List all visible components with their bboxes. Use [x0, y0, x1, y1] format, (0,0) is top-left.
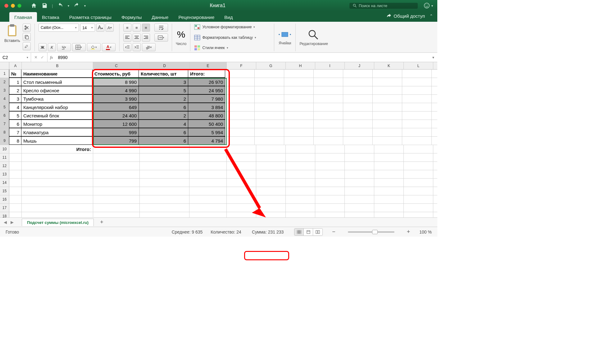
cell[interactable] [22, 204, 93, 212]
cell[interactable] [256, 179, 286, 187]
cell[interactable] [255, 120, 284, 128]
zoom-in-button[interactable]: + [406, 229, 412, 235]
feedback-dd[interactable]: ▾ [431, 4, 433, 7]
cell[interactable] [284, 78, 314, 86]
cell[interactable] [315, 187, 345, 195]
row-header[interactable]: 9 [0, 137, 9, 145]
cell[interactable] [345, 204, 374, 212]
cell[interactable] [345, 195, 374, 203]
sheet-tab[interactable]: Подсчет суммы (microexcel.ru) [22, 219, 94, 226]
cell[interactable] [315, 195, 345, 203]
cell[interactable] [225, 137, 255, 145]
cell[interactable] [343, 137, 373, 145]
tab-home[interactable]: Главная [9, 12, 37, 22]
cell[interactable] [93, 153, 140, 162]
row-header[interactable]: 13 [0, 170, 9, 178]
cell[interactable] [404, 212, 433, 217]
search-box[interactable]: Поиск на листе [349, 3, 418, 9]
format-as-table-button[interactable]: Форматировать как таблицу ▾ [194, 34, 270, 41]
cell[interactable] [345, 212, 374, 217]
cell[interactable] [22, 153, 93, 162]
cell[interactable]: 4 [139, 120, 188, 128]
cell[interactable] [255, 86, 284, 94]
cell[interactable] [256, 153, 286, 162]
tab-page-layout[interactable]: Разметка страницы [64, 12, 116, 22]
cell[interactable] [255, 70, 284, 78]
cell[interactable]: 6 [139, 128, 188, 136]
cell[interactable]: Кресло офисное [21, 86, 93, 94]
cell[interactable] [343, 86, 373, 94]
cell[interactable]: Итого: [22, 145, 93, 153]
col-header-D[interactable]: D [140, 62, 189, 69]
borders-button[interactable]: ▾ [72, 43, 86, 51]
conditional-formatting-button[interactable]: Условное форматирование ▾ [194, 24, 270, 30]
col-header-K[interactable]: K [374, 62, 404, 69]
decrease-font-button[interactable]: A▾ [106, 24, 114, 32]
cell[interactable] [286, 187, 315, 195]
italic-button[interactable]: К [48, 43, 56, 51]
cell[interactable] [373, 120, 402, 128]
wrap-text-button[interactable] [154, 24, 168, 32]
cell[interactable] [225, 103, 255, 111]
cell[interactable] [286, 162, 315, 170]
cell[interactable]: 4 990 [92, 86, 139, 94]
cell[interactable]: 799 [92, 136, 139, 145]
cell[interactable]: Системный блок [21, 111, 93, 120]
cell[interactable] [402, 120, 432, 128]
cell[interactable] [284, 137, 314, 145]
cell[interactable] [256, 162, 286, 170]
cell[interactable]: 5 [139, 86, 188, 94]
cell[interactable] [227, 145, 256, 153]
cell[interactable] [225, 128, 255, 136]
cell[interactable] [373, 128, 402, 136]
format-painter-button[interactable] [23, 42, 31, 50]
cell[interactable] [256, 170, 286, 178]
cell[interactable]: 24 400 [92, 111, 139, 120]
cell[interactable] [374, 179, 404, 187]
sheet-nav-prev[interactable]: ◀ [2, 220, 9, 225]
cell[interactable] [404, 145, 433, 153]
align-top-button[interactable]: ≡ [123, 24, 131, 32]
cell[interactable]: 7 980 [188, 94, 225, 103]
cell[interactable] [189, 162, 227, 170]
tab-insert[interactable]: Вставка [37, 12, 64, 22]
col-header-I[interactable]: I [315, 62, 345, 69]
cell[interactable] [343, 103, 373, 111]
cell[interactable] [373, 70, 402, 78]
tab-formulas[interactable]: Формулы [116, 12, 147, 22]
cell[interactable] [255, 137, 284, 145]
cell[interactable] [404, 195, 433, 203]
merge-cells-button[interactable]: ▾ [154, 34, 168, 42]
col-header-F[interactable]: F [227, 62, 256, 69]
cell[interactable] [402, 70, 432, 78]
cell[interactable] [345, 162, 374, 170]
fx-icon[interactable]: fx [48, 55, 55, 60]
view-normal-button[interactable] [294, 229, 304, 235]
cell[interactable] [189, 170, 227, 178]
cell[interactable] [255, 128, 284, 136]
cell[interactable]: Наименование [21, 69, 93, 78]
col-header-E[interactable]: E [189, 62, 227, 69]
cell[interactable] [404, 187, 433, 195]
cell[interactable] [189, 212, 227, 217]
expand-formula-bar-icon[interactable]: ▾ [432, 55, 437, 60]
row-header[interactable]: 16 [0, 195, 9, 203]
row-header[interactable]: 10 [0, 145, 9, 153]
cell[interactable] [255, 78, 284, 86]
cell[interactable] [189, 145, 227, 153]
cell[interactable] [374, 153, 404, 162]
cell[interactable] [402, 78, 432, 86]
col-header-C[interactable]: C [93, 62, 140, 69]
cell[interactable] [227, 204, 256, 212]
cell[interactable] [93, 187, 140, 195]
cell[interactable] [189, 195, 227, 203]
cell[interactable]: 8 990 [92, 78, 139, 86]
row-header[interactable]: 1 [0, 70, 9, 78]
col-header-A[interactable]: A [9, 62, 22, 69]
row-header[interactable]: 5 [0, 103, 9, 111]
cell[interactable] [93, 195, 140, 203]
cell[interactable]: 2 [9, 86, 21, 94]
cell[interactable] [286, 212, 315, 217]
align-right-button[interactable] [142, 34, 150, 42]
cell[interactable] [345, 145, 374, 153]
